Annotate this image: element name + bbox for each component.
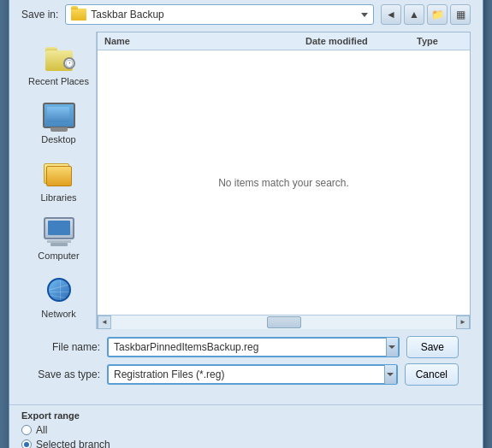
up-button[interactable]: ▲ [404, 4, 424, 25]
file-name-input-wrap: TaskbarPinnedItemsBackup.reg [107, 337, 400, 357]
radio-selected[interactable] [21, 439, 32, 448]
desktop-icon [42, 100, 76, 131]
recent-places-icon: 🕐 [42, 42, 76, 73]
scroll-track[interactable] [111, 315, 456, 329]
file-name-row: File name: TaskbarPinnedItemsBackup.reg … [33, 336, 459, 358]
sidebar-label-computer: Computer [38, 251, 79, 261]
scroll-thumb[interactable] [267, 316, 301, 328]
save-button[interactable]: Save [406, 336, 459, 358]
libraries-icon [42, 158, 76, 189]
save-in-dropdown[interactable]: Taskbar Backup [65, 4, 374, 25]
folder-icon [71, 9, 86, 21]
sidebar-label-libraries: Libraries [40, 192, 76, 203]
export-range-section: Export range All Selected branch HKEY_CU… [9, 404, 483, 448]
new-folder-button[interactable]: 📁 [427, 4, 448, 25]
radio-all-label: All [36, 424, 47, 436]
export-registry-dialog: 📋 Export Registry File ✕ Save in: Taskba… [9, 0, 483, 448]
column-date: Date modified [299, 32, 410, 50]
file-name-label: File name: [33, 341, 100, 353]
dropdown-arrow-icon [361, 13, 368, 17]
save-in-row: Save in: Taskbar Backup ◄ ▲ 📁 ▦ [21, 4, 471, 25]
network-icon [42, 274, 76, 305]
file-name-input[interactable]: TaskbarPinnedItemsBackup.reg [114, 341, 386, 353]
radio-selected-label: Selected branch [36, 439, 110, 448]
sidebar-label-desktop: Desktop [41, 134, 75, 144]
sidebar-item-network[interactable]: Network [21, 268, 96, 326]
radio-all[interactable] [21, 425, 32, 435]
save-as-type-dropdown[interactable] [384, 365, 396, 384]
cancel-button[interactable]: Cancel [405, 363, 459, 386]
scroll-left-button[interactable]: ◄ [98, 315, 111, 329]
main-area: 🕐 Recent Places Desktop [21, 32, 471, 329]
radio-all-row: All [21, 424, 471, 436]
sidebar-label-network: Network [41, 309, 75, 319]
sidebar-item-recent[interactable]: 🕐 Recent Places [21, 35, 96, 93]
form-section: File name: TaskbarPinnedItemsBackup.reg … [21, 329, 471, 396]
radio-selected-row: Selected branch [21, 439, 471, 448]
toolbar-icons: ◄ ▲ 📁 ▦ [381, 4, 471, 25]
save-as-type-row: Save as type: Registration Files (*.reg)… [33, 363, 459, 386]
file-empty-message: No items match your search. [98, 50, 470, 315]
sidebar-label-recent: Recent Places [28, 76, 89, 86]
radio-group: All Selected branch [21, 424, 471, 448]
file-panel: Name Date modified Type No items match y… [97, 32, 471, 329]
back-button[interactable]: ◄ [381, 4, 401, 25]
save-in-value: Taskbar Backup [91, 9, 358, 21]
sidebar-item-computer[interactable]: Computer [21, 209, 96, 268]
column-type: Type [410, 32, 470, 50]
clock-icon: 🕐 [63, 57, 75, 69]
save-as-type-label: Save as type: [33, 368, 100, 380]
horizontal-scrollbar[interactable]: ◄ ► [98, 315, 470, 328]
file-name-dropdown[interactable] [386, 338, 398, 357]
views-button[interactable]: ▦ [450, 4, 471, 25]
scroll-right-button[interactable]: ► [456, 315, 470, 329]
save-as-type-input-wrap: Registration Files (*.reg) [107, 364, 398, 385]
sidebar-item-desktop[interactable]: Desktop [21, 93, 96, 151]
sidebar: 🕐 Recent Places Desktop [21, 32, 97, 329]
export-range-title: Export range [21, 410, 471, 421]
column-name: Name [98, 32, 299, 50]
file-header: Name Date modified Type [98, 32, 470, 50]
sidebar-item-libraries[interactable]: Libraries [21, 151, 96, 209]
computer-icon [42, 216, 76, 247]
save-as-type-value: Registration Files (*.reg) [114, 368, 384, 380]
dialog-body: Save in: Taskbar Backup ◄ ▲ 📁 ▦ [9, 0, 483, 404]
save-in-label: Save in: [21, 9, 58, 21]
